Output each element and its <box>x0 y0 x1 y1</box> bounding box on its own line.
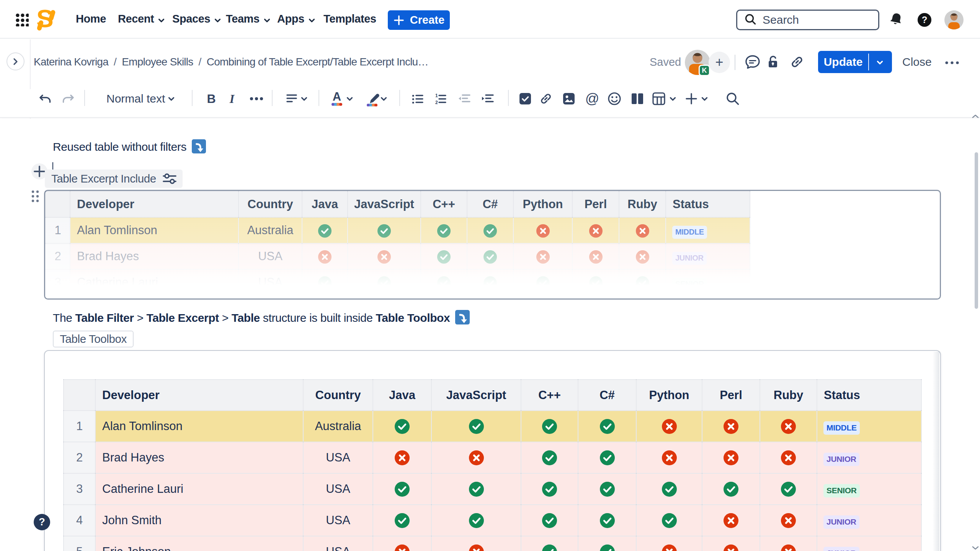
svg-text:1: 1 <box>435 93 438 98</box>
svg-text:2: 2 <box>435 100 438 104</box>
svg-text:?: ? <box>922 15 928 25</box>
svg-text:A: A <box>333 91 341 103</box>
